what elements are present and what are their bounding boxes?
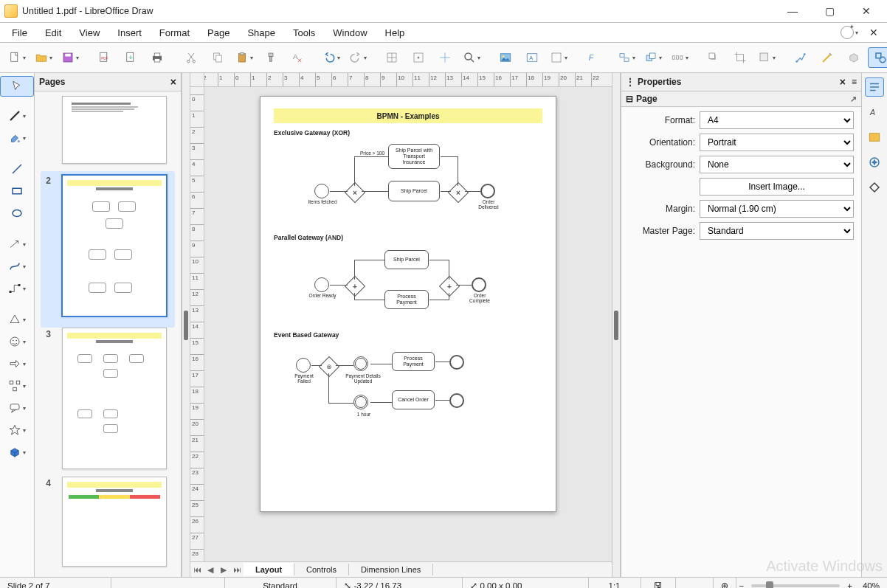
zoom-percent[interactable]: 40%	[855, 578, 887, 588]
sidebar-tab-shapes[interactable]	[865, 178, 884, 197]
close-properties-panel-button[interactable]: ×	[840, 76, 846, 88]
zoom-out-button[interactable]: −	[736, 578, 748, 588]
distribute-button[interactable]: ▾	[667, 47, 692, 68]
tab-controls[interactable]: Controls	[294, 564, 349, 575]
tab-layout[interactable]: Layout	[244, 563, 294, 575]
filter-button[interactable]: ▾	[754, 47, 779, 68]
page-thumbnail-4[interactable]	[62, 477, 167, 567]
rect-tool[interactable]	[0, 181, 34, 201]
status-save-icon[interactable]: 🖫	[641, 578, 676, 588]
zoom-button[interactable]: ▾	[459, 47, 484, 68]
fontwork-button[interactable]: F	[580, 47, 605, 68]
undo-button[interactable]: ▾	[319, 47, 344, 68]
drawing-canvas[interactable]: BPMN - Examples Exclusive Gateway (XOR) …	[204, 87, 612, 561]
clear-format-button[interactable]: A	[285, 47, 310, 68]
draw-functions-button[interactable]	[868, 47, 887, 68]
close-pages-panel-button[interactable]: ×	[170, 76, 176, 88]
symbol-shapes-tool[interactable]: ▾	[0, 331, 34, 352]
insert-textbox-button[interactable]: A	[520, 47, 545, 68]
close-document-button[interactable]: ✕	[865, 22, 883, 43]
insert-special-button[interactable]: ▾	[546, 47, 571, 68]
ellipse-tool[interactable]	[0, 203, 34, 224]
menu-file[interactable]: File	[4, 25, 35, 41]
master-page-select[interactable]: Standard	[700, 222, 854, 240]
3d-tool[interactable]: ▾	[0, 442, 34, 463]
shadow-button[interactable]	[701, 47, 726, 68]
menu-edit[interactable]: Edit	[38, 25, 69, 41]
locale-button[interactable]: ▾	[837, 22, 862, 43]
guides-button[interactable]	[432, 47, 458, 68]
select-tool[interactable]	[0, 76, 34, 97]
status-fit-page[interactable]: ⊕	[714, 578, 736, 588]
status-style[interactable]: Standard	[225, 578, 336, 588]
export-button[interactable]	[118, 47, 143, 68]
print-button[interactable]	[145, 47, 170, 68]
menu-window[interactable]: Window	[325, 25, 374, 41]
block-arrow-tool[interactable]: ▾	[0, 353, 34, 374]
orientation-select[interactable]: Portrait	[700, 134, 854, 151]
format-select[interactable]: A4	[700, 111, 854, 129]
page-view[interactable]: BPMN - Examples Exclusive Gateway (XOR) …	[260, 96, 556, 512]
background-select[interactable]: None	[700, 156, 854, 173]
page-thumbnail-2[interactable]	[61, 174, 168, 317]
clone-format-button[interactable]	[258, 47, 283, 68]
export-pdf-button[interactable]: PDF	[92, 47, 117, 68]
basic-shapes-tool[interactable]: ▾	[0, 309, 34, 330]
maximize-button[interactable]: ▢	[813, 1, 846, 21]
copy-button[interactable]	[205, 47, 230, 68]
sidebar-tab-navigator[interactable]	[865, 153, 884, 172]
menu-shape[interactable]: Shape	[240, 25, 283, 41]
fill-color-tool[interactable]: ▾	[0, 128, 34, 148]
callout-tool[interactable]: ▾	[0, 398, 34, 418]
star-tool[interactable]: ▾	[0, 420, 34, 440]
tab-nav-last[interactable]: ⏭	[230, 565, 244, 574]
open-button[interactable]: ▾	[31, 47, 56, 68]
right-sash[interactable]	[612, 73, 621, 577]
minimize-button[interactable]: —	[776, 1, 809, 21]
sidebar-tab-properties[interactable]	[865, 77, 884, 97]
tab-nav-prev[interactable]: ◀	[204, 565, 217, 575]
arrow-tool[interactable]: ▾	[0, 234, 34, 255]
left-sash[interactable]	[182, 73, 190, 577]
menu-help[interactable]: Help	[378, 25, 413, 41]
gluepoints-button[interactable]	[788, 47, 813, 68]
status-scale[interactable]: 1:1	[589, 578, 641, 588]
line-tool[interactable]	[0, 159, 34, 179]
page-thumbnail-1[interactable]	[62, 96, 167, 164]
margin-select[interactable]: Normal (1.90 cm)	[700, 200, 854, 218]
sidebar-tab-gallery[interactable]	[865, 128, 884, 147]
align-button[interactable]: ▾	[614, 47, 639, 68]
crop-button[interactable]	[728, 47, 753, 68]
panel-menu-icon[interactable]: ≡	[852, 77, 857, 87]
line-color-tool[interactable]: ▾	[0, 106, 34, 126]
extrusion-button[interactable]	[841, 47, 866, 68]
arrange-button[interactable]: ▾	[641, 47, 666, 68]
connector-tool[interactable]: ▾	[0, 278, 34, 299]
zoom-slider[interactable]	[751, 584, 840, 587]
insert-image-button[interactable]	[493, 47, 518, 68]
horizontal-ruler[interactable]: 21012345678910111213141516171819202122	[190, 73, 612, 87]
curve-tool[interactable]: ▾	[0, 256, 34, 277]
grid-button[interactable]	[379, 47, 404, 68]
snap-button[interactable]	[406, 47, 431, 68]
group-more-icon[interactable]: ↗	[850, 94, 857, 104]
page-group-header[interactable]: ⊟ Page ↗	[621, 91, 861, 107]
new-button[interactable]: ▾	[4, 47, 30, 68]
flowchart-tool[interactable]: ▾	[0, 376, 34, 396]
menu-format[interactable]: Format	[152, 25, 197, 41]
tab-nav-next[interactable]: ▶	[217, 565, 230, 575]
tab-nav-first[interactable]: ⏮	[190, 565, 204, 574]
paste-button[interactable]: ▾	[232, 47, 257, 68]
page-thumbnail-3[interactable]	[62, 328, 167, 469]
menu-insert[interactable]: Insert	[110, 25, 149, 41]
close-window-button[interactable]: ✕	[850, 1, 883, 21]
menu-page[interactable]: Page	[200, 25, 237, 41]
save-button[interactable]: ▾	[58, 47, 83, 68]
tab-dimension-lines[interactable]: Dimension Lines	[349, 564, 433, 575]
pages-thumbnail-list[interactable]: 2 3	[35, 91, 181, 577]
menu-tools[interactable]: Tools	[286, 25, 322, 41]
menu-view[interactable]: View	[72, 25, 107, 41]
insert-image-button-prop[interactable]: Insert Image...	[700, 178, 854, 196]
zoom-in-button[interactable]: +	[844, 578, 855, 588]
sidebar-tab-styles[interactable]: A	[865, 103, 884, 122]
